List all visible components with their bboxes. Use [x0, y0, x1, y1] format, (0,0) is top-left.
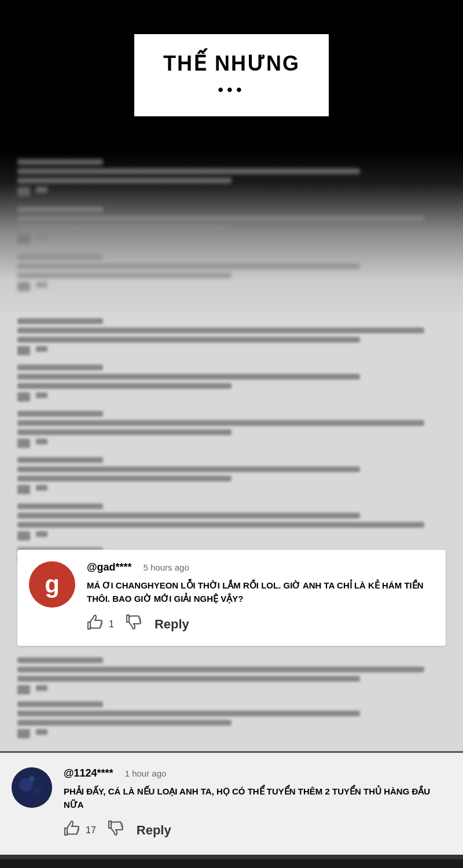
blurred-comment-3 [17, 254, 446, 291]
dots-decoration: ••• [163, 80, 300, 99]
comment-card-2: @1124**** 1 hour ago PHẢI ĐẤY, CÁ LÀ NẾU… [0, 751, 463, 855]
like-icon-1 [87, 614, 104, 634]
blurred-comment-5 [17, 365, 446, 402]
comment-content-1: @gad**** 5 hours ago MÁ ƠI CHANGHYEON LỖ… [87, 561, 434, 634]
dislike-icon-1 [126, 614, 143, 634]
reply-button-2[interactable]: Reply [137, 823, 171, 838]
middle-blurred-section: g @gad**** 5 hours ago MÁ ƠI CHANGHYEON … [0, 312, 463, 751]
comment-header-2: @1124**** 1 hour ago [64, 767, 451, 779]
gradient-blurred-section [0, 150, 463, 312]
like-count-2: 17 [86, 825, 96, 836]
dislike-button-2[interactable] [108, 820, 125, 840]
blurred-comment-4 [17, 318, 446, 355]
comment-content-2: @1124**** 1 hour ago PHẢI ĐẤY, CÁ LÀ NẾU… [64, 767, 451, 840]
comment-text-1: MÁ ƠI CHANGHYEON LỖI THỜI LẮM RỒI LOL. G… [87, 579, 434, 605]
blurred-comment-1 [17, 159, 446, 196]
bottom-bar [0, 855, 463, 859]
blurred-comment-6 [17, 411, 446, 448]
comment-actions-2: 17 Reply [64, 820, 451, 840]
comment-username-1: @gad**** [87, 561, 132, 573]
main-title: THẾ NHƯNG [163, 52, 300, 76]
reply-button-1[interactable]: Reply [155, 617, 189, 632]
dislike-icon-2 [108, 820, 125, 840]
blurred-comment-10 [17, 701, 446, 738]
blurred-comment-2 [17, 207, 446, 244]
blurred-comment-8 [17, 503, 446, 540]
blurred-comment-9 [17, 657, 446, 694]
avatar-1: g [29, 561, 75, 608]
comment-text-2: PHẢI ĐẤY, CÁ LÀ NẾU LOẠI ANH TA, HỌ CÓ T… [64, 785, 451, 811]
avatar-2 [12, 767, 52, 808]
comment-username-2: @1124**** [64, 767, 113, 779]
comment-card-1: g @gad**** 5 hours ago MÁ ƠI CHANGHYEON … [17, 550, 446, 646]
comment-time-2: 1 hour ago [125, 768, 167, 778]
like-count-1: 1 [109, 619, 114, 630]
blurred-comment-7 [17, 457, 446, 494]
dislike-button-1[interactable] [126, 614, 143, 634]
comment-header-1: @gad**** 5 hours ago [87, 561, 434, 573]
title-card: THẾ NHƯNG ••• [134, 34, 329, 116]
like-button-2[interactable]: 17 [64, 820, 96, 840]
comment-actions-1: 1 Reply [87, 614, 434, 634]
like-button-1[interactable]: 1 [87, 614, 114, 634]
like-icon-2 [64, 820, 81, 840]
comment-time-1: 5 hours ago [144, 562, 189, 572]
svg-point-2 [33, 786, 42, 795]
top-section: THẾ NHƯNG ••• [0, 0, 463, 150]
svg-point-3 [29, 776, 35, 782]
